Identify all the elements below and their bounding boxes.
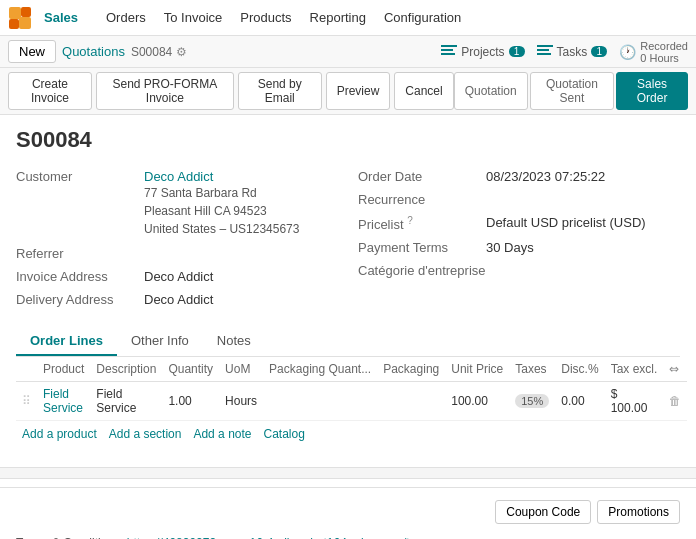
col-packaging: Packaging (377, 357, 445, 382)
row-description[interactable]: Field Service (90, 382, 162, 421)
svg-rect-6 (441, 53, 455, 55)
delivery-address-value[interactable]: Deco Addict (144, 292, 213, 307)
create-invoice-button[interactable]: Create Invoice (8, 72, 92, 110)
row-quantity[interactable]: 1.00 (162, 382, 219, 421)
coupon-code-button[interactable]: Coupon Code (495, 500, 591, 524)
footer-section: Coupon Code Promotions Terms & Condition… (0, 487, 696, 539)
row-tax-excl[interactable]: $ 100.00 (605, 382, 664, 421)
row-disc[interactable]: 0.00 (555, 382, 604, 421)
breadcrumb-bar: New Quotations S00084 ⚙ Projects 1 Tasks… (0, 36, 696, 68)
projects-label: Projects (461, 45, 504, 59)
catalog-link[interactable]: Catalog (264, 427, 305, 441)
col-taxes: Taxes (509, 357, 555, 382)
tab-notes[interactable]: Notes (203, 327, 265, 356)
referrer-group: Referrer (16, 246, 338, 261)
form-left: Customer Deco Addict 77 Santa Barbara Rd… (16, 169, 338, 315)
status-quotation-button[interactable]: Quotation (454, 72, 528, 110)
add-row: Add a product Add a section Add a note C… (16, 421, 680, 447)
status-sent-button[interactable]: Quotation Sent (530, 72, 614, 110)
breadcrumb-link[interactable]: Quotations (62, 44, 125, 59)
customer-label: Customer (16, 169, 136, 238)
send-email-button[interactable]: Send by Email (238, 72, 322, 110)
section-divider (0, 467, 696, 479)
app-logo: Sales (8, 6, 86, 30)
invoice-address-value[interactable]: Deco Addict (144, 269, 213, 284)
payment-terms-label: Payment Terms (358, 240, 478, 255)
row-delete[interactable]: 🗑 (663, 382, 687, 421)
nav-configuration[interactable]: Configuration (376, 6, 469, 29)
tasks-label: Tasks (557, 45, 588, 59)
cancel-button[interactable]: Cancel (394, 72, 453, 110)
col-expand-icon[interactable]: ⇔ (669, 362, 679, 376)
col-actions: ⇔ (663, 357, 687, 382)
col-packaging-qty: Packaging Quant... (263, 357, 377, 382)
status-buttons: Quotation Quotation Sent Sales Order (454, 72, 688, 110)
tasks-action[interactable]: Tasks 1 (537, 43, 608, 60)
nav-to-invoice[interactable]: To Invoice (156, 6, 231, 29)
delete-icon[interactable]: 🗑 (669, 394, 681, 408)
order-date-value[interactable]: 08/23/2023 07:25:22 (486, 169, 605, 184)
pricelist-value[interactable]: Default USD pricelist (USD) (486, 215, 646, 232)
svg-rect-5 (441, 49, 453, 51)
referrer-label: Referrer (16, 246, 136, 261)
recurrence-group: Recurrence (358, 192, 680, 207)
tab-other-info[interactable]: Other Info (117, 327, 203, 356)
tab-order-lines[interactable]: Order Lines (16, 327, 117, 356)
order-date-group: Order Date 08/23/2023 07:25:22 (358, 169, 680, 184)
preview-button[interactable]: Preview (326, 72, 391, 110)
new-button[interactable]: New (8, 40, 56, 63)
payment-terms-value[interactable]: 30 Days (486, 240, 534, 255)
row-packaging-qty[interactable] (263, 382, 377, 421)
add-product-link[interactable]: Add a product (22, 427, 97, 441)
svg-rect-7 (537, 45, 553, 47)
customer-name[interactable]: Deco Addict (144, 169, 299, 184)
action-bar: Create Invoice Send PRO-FORMA Invoice Se… (0, 68, 696, 115)
payment-terms-group: Payment Terms 30 Days (358, 240, 680, 255)
nav-reporting[interactable]: Reporting (302, 6, 374, 29)
row-uom[interactable]: Hours (219, 382, 263, 421)
row-unit-price[interactable]: 100.00 (445, 382, 509, 421)
app-name[interactable]: Sales (36, 6, 86, 29)
tax-badge: 15% (515, 394, 549, 408)
svg-rect-8 (537, 49, 549, 51)
order-lines-table: Product Description Quantity UoM Packagi… (16, 357, 687, 421)
pricelist-label: Pricelist ? (358, 215, 478, 232)
breadcrumb-left: New Quotations S00084 ⚙ (8, 40, 187, 63)
clock-icon: 🕐 (619, 44, 636, 60)
nav-menu: Orders To Invoice Products Reporting Con… (98, 6, 469, 29)
form-right: Order Date 08/23/2023 07:25:22 Recurrenc… (358, 169, 680, 315)
col-tax-excl: Tax excl. (605, 357, 664, 382)
projects-icon (441, 43, 457, 60)
tabs-container: Order Lines Other Info Notes (16, 327, 680, 357)
pro-forma-button[interactable]: Send PRO-FORMA Invoice (96, 72, 234, 110)
row-packaging[interactable] (377, 382, 445, 421)
promotions-button[interactable]: Promotions (597, 500, 680, 524)
tabs: Order Lines Other Info Notes (16, 327, 680, 356)
recorded-label: Recorded (640, 40, 688, 52)
add-note-link[interactable]: Add a note (193, 427, 251, 441)
categorie-label: Catégorie d'entreprise (358, 263, 486, 278)
invoice-address-group: Invoice Address Deco Addict (16, 269, 338, 284)
recorded-info: Recorded 0 Hours (640, 40, 688, 64)
row-product[interactable]: Field Service (37, 382, 90, 421)
add-section-link[interactable]: Add a section (109, 427, 182, 441)
coupon-row: Coupon Code Promotions (16, 500, 680, 524)
main-content: S00084 Customer Deco Addict 77 Santa Bar… (0, 115, 696, 459)
nav-products[interactable]: Products (232, 6, 299, 29)
order-date-label: Order Date (358, 169, 478, 184)
recurrence-label: Recurrence (358, 192, 478, 207)
projects-action[interactable]: Projects 1 (441, 43, 524, 60)
pricelist-group: Pricelist ? Default USD pricelist (USD) (358, 215, 680, 232)
row-taxes[interactable]: 15% (509, 382, 555, 421)
drag-handle-icon[interactable]: ⠿ (22, 394, 31, 408)
row-handle[interactable]: ⠿ (16, 382, 37, 421)
nav-orders[interactable]: Orders (98, 6, 154, 29)
col-description: Description (90, 357, 162, 382)
settings-gear-icon[interactable]: ⚙ (176, 45, 187, 59)
delivery-address-group: Delivery Address Deco Addict (16, 292, 338, 307)
action-buttons: Create Invoice Send PRO-FORMA Invoice Se… (8, 72, 454, 110)
svg-rect-9 (537, 53, 551, 55)
col-handle (16, 357, 37, 382)
recorded-action[interactable]: 🕐 Recorded 0 Hours (619, 40, 688, 64)
status-order-button[interactable]: Sales Order (616, 72, 688, 110)
